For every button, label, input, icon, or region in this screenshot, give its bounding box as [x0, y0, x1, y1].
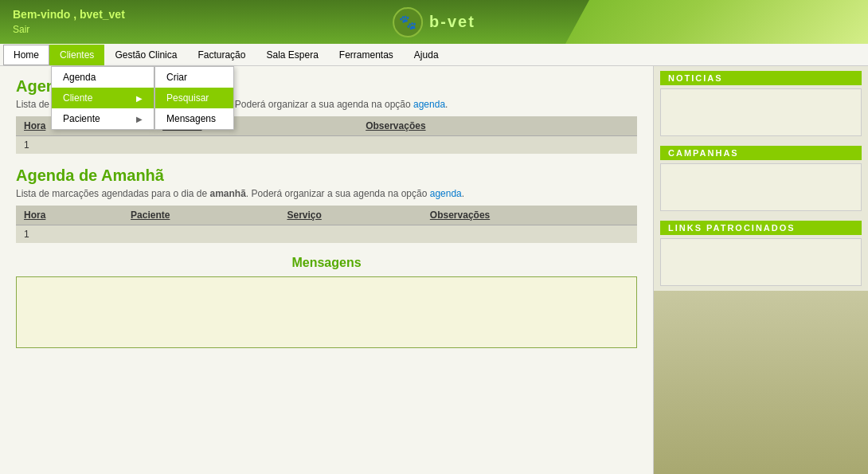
- agenda-amanha-desc: Lista de marcações agendadas para o dia …: [16, 188, 637, 199]
- messages-textarea[interactable]: [16, 276, 637, 348]
- logo-text: b-vet: [429, 13, 475, 31]
- sidebar-bottom-decoration: [654, 291, 868, 474]
- cell-servico: [279, 225, 421, 244]
- sair-link[interactable]: Sair: [13, 23, 125, 37]
- header: Bem-vindo , bvet_vet Sair 🐾 b-vet: [0, 0, 868, 44]
- cell-paciente: [154, 136, 358, 155]
- header-logo: 🐾 b-vet: [393, 7, 475, 37]
- table-row: 1: [16, 225, 637, 244]
- messages-title: Mensagens: [16, 256, 637, 270]
- sidebar: Noticias Campanhas Links Patrocinados: [653, 66, 868, 474]
- nav-clientes[interactable]: Clientes: [49, 45, 104, 65]
- col-paciente-amanha: Paciente: [123, 206, 279, 225]
- sidebar-campanhas: Campanhas: [660, 146, 862, 211]
- links-badge: Links Patrocinados: [660, 221, 862, 235]
- agenda-amanha-title: Agenda de Amanhã: [16, 166, 637, 185]
- dd-paciente[interactable]: Paciente ▶: [52, 108, 154, 129]
- sub-criar[interactable]: Criar: [155, 67, 233, 88]
- campanhas-badge: Campanhas: [660, 146, 862, 160]
- nav-ferramentas[interactable]: Ferramentas: [329, 45, 404, 65]
- dd-cliente[interactable]: Cliente ▶: [52, 88, 154, 108]
- sidebar-links: Links Patrocinados: [660, 221, 862, 286]
- col-observacoes-hoje: Observações: [358, 116, 637, 136]
- table-row: 1: [16, 136, 637, 155]
- cell-paciente: [123, 225, 279, 244]
- dd-agenda[interactable]: Agenda: [52, 67, 154, 88]
- navbar: Home Clientes Gestão Clinica Facturação …: [0, 44, 868, 66]
- noticias-badge: Noticias: [660, 71, 862, 85]
- cell-hora: 1: [16, 136, 154, 155]
- campanhas-content: [660, 163, 862, 211]
- links-content: [660, 238, 862, 286]
- nav-ajuda[interactable]: Ajuda: [404, 45, 449, 65]
- sub-pesquisar[interactable]: Pesquisar: [155, 88, 233, 108]
- nav-facturacao[interactable]: Facturação: [187, 45, 256, 65]
- header-bg-decoration: [565, 0, 868, 44]
- submenu-cliente: Criar Pesquisar Mensagens: [154, 66, 234, 130]
- arrow-icon: ▶: [136, 94, 143, 103]
- col-servico-amanha: Serviço: [279, 206, 421, 225]
- nav-sala[interactable]: Sala Espera: [256, 45, 328, 65]
- nav-gestao[interactable]: Gestão Clinica: [104, 45, 187, 65]
- col-hora-amanha: Hora: [16, 206, 123, 225]
- noticias-content: [660, 88, 862, 136]
- sidebar-noticias: Noticias: [660, 71, 862, 136]
- header-left: Bem-vindo , bvet_vet Sair: [13, 7, 125, 36]
- welcome-text: Bem-vindo , bvet_vet: [13, 7, 125, 23]
- col-observacoes-amanha: Observações: [422, 206, 637, 225]
- nav-home[interactable]: Home: [3, 45, 49, 65]
- cell-observacoes: [422, 225, 637, 244]
- logo-icon: 🐾: [393, 7, 423, 37]
- cell-observacoes: [358, 136, 637, 155]
- sub-mensagens[interactable]: Mensagens: [155, 108, 233, 129]
- dropdown-clientes: Agenda Cliente ▶ Paciente ▶: [51, 66, 154, 130]
- cell-hora: 1: [16, 225, 123, 244]
- agenda-amanha-table: Hora Paciente Serviço Observações 1: [16, 206, 637, 243]
- arrow-icon: ▶: [136, 115, 143, 123]
